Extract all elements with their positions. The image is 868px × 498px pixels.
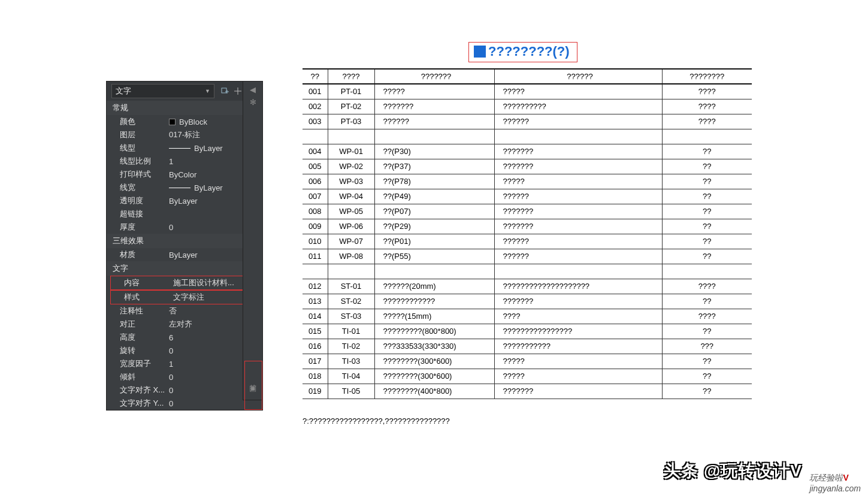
- cell-area: ??????: [494, 189, 662, 204]
- cell-seq: 001: [303, 84, 328, 99]
- cell-note: ??: [662, 249, 752, 264]
- col-seq: ??: [303, 69, 328, 84]
- cell-area: ?????: [494, 174, 662, 189]
- cell-seq: 002: [303, 99, 328, 114]
- options-icon[interactable]: ✻: [250, 98, 256, 107]
- pin-left-icon[interactable]: ◀: [250, 85, 256, 94]
- object-type-dropdown[interactable]: 文字 ▼: [111, 84, 214, 98]
- cell-code: WP-03: [328, 174, 374, 189]
- cell-area: ???????: [494, 294, 662, 309]
- cell-seq: 012: [303, 279, 328, 294]
- cell-seq: 011: [303, 249, 328, 264]
- cell-area: ????????????????: [494, 324, 662, 339]
- cell-code: WP-05: [328, 204, 374, 219]
- col-area: ??????: [494, 69, 662, 84]
- material-table: ?? ???? ??????? ?????? ???????? 001PT-01…: [303, 68, 752, 399]
- cell-area: ??????: [494, 114, 662, 129]
- cell-code: TI-03: [328, 354, 374, 369]
- cell-note: ??: [662, 189, 752, 204]
- section-3d[interactable]: 三维效果−: [107, 234, 262, 248]
- cell-seq: 003: [303, 114, 328, 129]
- cell-note: ????: [662, 279, 752, 294]
- cell-name: ??(P55): [374, 249, 494, 264]
- cell-seq: 013: [303, 294, 328, 309]
- cell-note: ????: [662, 309, 752, 324]
- title-marker-icon: [474, 46, 486, 58]
- cell-note: ??: [662, 294, 752, 309]
- table-row: 010WP-07??(P01)????????: [303, 234, 752, 249]
- table-row: 013ST-02?????????????????????: [303, 294, 752, 309]
- cell-note: ??: [662, 234, 752, 249]
- cell-note: ??: [662, 354, 752, 369]
- cell-area: ????: [494, 309, 662, 324]
- cell-code: PT-03: [328, 114, 374, 129]
- cell-name: ?????: [374, 84, 494, 99]
- cell-code: ST-01: [328, 279, 374, 294]
- cell-note: ??: [662, 369, 752, 384]
- add-selection-icon[interactable]: [219, 86, 230, 96]
- cell-name: ??(P07): [374, 204, 494, 219]
- cell-code: WP-07: [328, 234, 374, 249]
- cell-area: ???????: [494, 219, 662, 234]
- col-code: ????: [328, 69, 374, 84]
- table-row: 017TI-03????????(300*600)???????: [303, 354, 752, 369]
- svg-rect-0: [222, 88, 226, 93]
- cell-seq: 019: [303, 384, 328, 399]
- table-row: 001PT-01??????????????: [303, 84, 752, 99]
- cell-seq: 009: [303, 219, 328, 234]
- cell-name: ??(P01): [374, 234, 494, 249]
- table-row: 011WP-08??(P55)????????: [303, 249, 752, 264]
- watermark-main: 头条 @玩转设计V: [664, 460, 802, 482]
- table-row: 007WP-04??(P49)????????: [303, 189, 752, 204]
- cell-code: PT-01: [328, 84, 374, 99]
- chevron-down-icon: ▼: [205, 88, 210, 94]
- cell-area: ???????????: [494, 339, 662, 354]
- section-general[interactable]: 常规−: [107, 101, 262, 115]
- title-text: ????????(?): [488, 44, 570, 59]
- properties-panel: 文字 ▼ x 常规− 颜色ByBlock 图层017-标注 线型ByLayer …: [106, 81, 263, 411]
- cell-seq: 018: [303, 369, 328, 384]
- cell-code: WP-01: [328, 144, 374, 159]
- section-text[interactable]: 文字−: [107, 261, 262, 276]
- cell-note: ??: [662, 204, 752, 219]
- cell-note: ????: [662, 84, 752, 99]
- cell-code: ST-02: [328, 294, 374, 309]
- cell-area: ???????: [494, 144, 662, 159]
- cell-area: ??????: [494, 234, 662, 249]
- cell-area: ??????????: [494, 99, 662, 114]
- cell-note: ??: [662, 219, 752, 234]
- quick-select-icon[interactable]: [232, 86, 243, 96]
- cell-seq: 014: [303, 309, 328, 324]
- cell-code: WP-02: [328, 159, 374, 174]
- table-row: 018TI-04????????(300*600)???????: [303, 369, 752, 384]
- cell-name: ??(P49): [374, 189, 494, 204]
- cell-area: ??????: [494, 249, 662, 264]
- table-row: [303, 129, 752, 144]
- cell-area: ?????: [494, 84, 662, 99]
- cell-seq: 015: [303, 324, 328, 339]
- cell-seq: 005: [303, 159, 328, 174]
- cell-note: ??: [662, 159, 752, 174]
- cell-code: WP-06: [328, 219, 374, 234]
- cell-note: ??: [662, 174, 752, 189]
- pim-icon[interactable]: ▣: [249, 384, 256, 393]
- table-row: 005WP-02??(P37)?????????: [303, 159, 752, 174]
- cell-name: ????????????: [374, 294, 494, 309]
- cell-seq: 007: [303, 189, 328, 204]
- cell-seq: 010: [303, 234, 328, 249]
- cell-name: ???333533(330*330): [374, 339, 494, 354]
- table-row: 012ST-01??????(20mm)????????????????????…: [303, 279, 752, 294]
- table-row: 004WP-01??(P30)?????????: [303, 144, 752, 159]
- table-header-row: ?? ???? ??????? ?????? ????????: [303, 69, 752, 84]
- table-row: 014ST-03?????(15mm)????????: [303, 309, 752, 324]
- cell-name: ??????: [374, 114, 494, 129]
- cell-seq: 017: [303, 354, 328, 369]
- cell-area: ???????: [494, 159, 662, 174]
- cell-name: ??(P30): [374, 144, 494, 159]
- watermark-sub: 玩经验啦Vjingyanla.com: [809, 473, 861, 493]
- cell-note: ???: [662, 339, 752, 354]
- cell-code: WP-08: [328, 249, 374, 264]
- cell-note: ????: [662, 99, 752, 114]
- table-row: 019TI-05????????(400*800)?????????: [303, 384, 752, 399]
- table-row: 008WP-05??(P07)?????????: [303, 204, 752, 219]
